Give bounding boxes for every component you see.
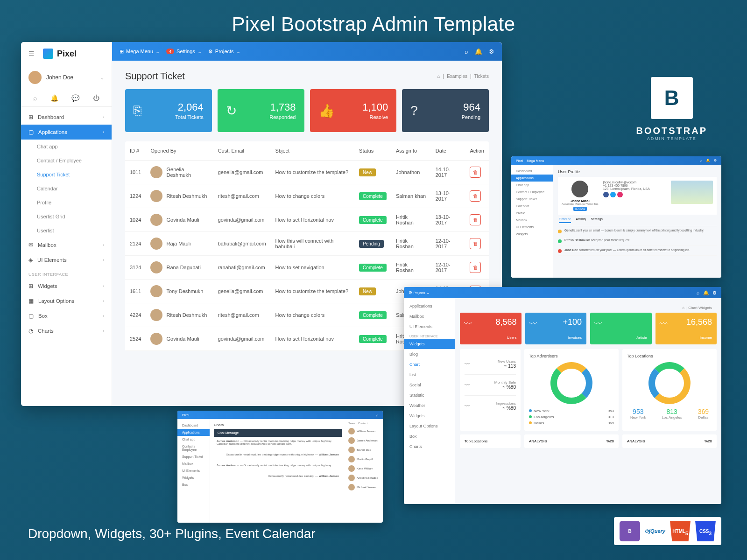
bell-icon[interactable]: 🔔 — [703, 290, 709, 295]
nav-icon: ▦ — [28, 298, 34, 304]
sidebar-item-widgets[interactable]: ⊞Widgets› — [21, 279, 112, 294]
sidebar-item[interactable]: Dashboard — [511, 168, 553, 175]
sidebar-item[interactable]: Chat app — [177, 436, 210, 443]
bell-icon[interactable]: 🔔 — [50, 94, 58, 102]
search-icon[interactable]: ⌕ — [33, 94, 37, 102]
sidebar-item[interactable]: UI Elements — [511, 224, 553, 231]
settings-menu[interactable]: 4 Settings ⌄ — [166, 49, 202, 55]
tab-timeline[interactable]: Timeline — [559, 217, 571, 223]
contact-item[interactable]: Angelina Rhodes — [348, 473, 380, 483]
sidebar-item[interactable]: Widgets — [511, 231, 553, 238]
bell-icon[interactable]: 🔔 — [706, 159, 710, 162]
contact-item[interactable]: Bianca Doe — [348, 445, 380, 455]
sidebar-item-dashboard[interactable]: ⊞Dashboard› — [21, 110, 112, 125]
sidebar-item-mailbox[interactable]: ✉Mailbox› — [21, 238, 112, 252]
sidebar-item[interactable]: Applications — [177, 429, 210, 436]
search-icon[interactable]: ⌕ — [697, 290, 699, 295]
instagram-icon[interactable] — [617, 192, 623, 197]
gear-icon[interactable]: ⚙ — [714, 159, 717, 162]
sidebar-item-chat-app[interactable]: Chat app — [21, 140, 112, 154]
sidebar-item[interactable]: Contact / Employee — [177, 443, 210, 453]
sidebar-item-support-ticket[interactable]: Support Ticket — [21, 168, 112, 182]
sidebar-item[interactable]: Box — [177, 481, 210, 488]
delete-button[interactable]: 🗑 — [470, 214, 481, 225]
nav-icon: ▢ — [28, 129, 34, 135]
sidebar-item-contact-employee[interactable]: Contact / Employee — [21, 154, 112, 168]
location-stat: 813Los Angeles — [662, 408, 682, 420]
sidebar-item[interactable]: Applications — [404, 301, 455, 311]
sidebar-item[interactable]: Widgets — [177, 474, 210, 481]
menu-icon[interactable]: ☰ — [28, 50, 35, 57]
sidebar-item[interactable]: Weather — [404, 400, 455, 411]
chevron-down-icon: ⌄ — [100, 75, 104, 80]
sidebar-item-userlist[interactable]: Userlist — [21, 224, 112, 238]
mega-menu[interactable]: Mega Menu — [527, 159, 544, 162]
nav-header: USER INTERFACE — [21, 267, 112, 279]
sidebar-item[interactable]: Widgets — [404, 411, 455, 421]
delete-button[interactable]: 🗑 — [470, 238, 481, 249]
sidebar-item-layout-options[interactable]: ▦Layout Options› — [21, 294, 112, 308]
sidebar-item[interactable]: Applications — [511, 175, 553, 182]
sidebar-item[interactable]: Chat app — [511, 182, 553, 189]
sidebar-item-charts[interactable]: ◔Charts› — [21, 323, 112, 338]
summary-item: 〰Monthly Sale~ %80 — [465, 375, 516, 396]
power-icon[interactable]: ⏻ — [93, 94, 99, 102]
sidebar-item[interactable]: Chart — [404, 359, 455, 370]
home-icon[interactable]: ⌂ — [437, 74, 440, 79]
mega-menu[interactable]: ⊞ Mega Menu ⌄ — [120, 49, 160, 55]
sidebar-item-box[interactable]: ▢Box› — [21, 308, 112, 323]
contact-item[interactable]: James Anderson — [348, 436, 380, 445]
contact-item[interactable]: Michael Jensen — [348, 483, 380, 492]
sidebar-item[interactable]: Layout Options — [404, 421, 455, 431]
sidebar-item[interactable]: Contact / Employee — [511, 189, 553, 196]
bell-icon[interactable]: 🔔 — [475, 48, 482, 55]
sidebar-item-applications[interactable]: ▢Applications› — [21, 125, 112, 140]
projects-menu[interactable]: ⚙ Projects ⌄ — [409, 290, 430, 295]
contact-item[interactable]: Martin Guptil — [348, 455, 380, 464]
sidebar-item[interactable]: Mailbox — [404, 311, 455, 322]
sidebar-item-ui-elements[interactable]: ◈UI Elements› — [21, 252, 112, 267]
cell-date: 12-10-2017 — [431, 256, 465, 280]
search-icon[interactable]: ⌕ — [465, 48, 468, 55]
sidebar-item[interactable]: Support Ticket — [511, 196, 553, 203]
sidebar-item[interactable]: Statistic — [404, 390, 455, 400]
sidebar-item[interactable]: Support Ticket — [177, 453, 210, 460]
search-icon[interactable]: ⌕ — [700, 159, 702, 162]
sidebar-item-profile[interactable]: Profile — [21, 196, 112, 210]
contact-item[interactable]: William Jensen — [348, 427, 380, 436]
sidebar-item[interactable]: Profile — [511, 210, 553, 217]
sidebar-item-calendar[interactable]: Calendar — [21, 182, 112, 196]
facebook-icon[interactable] — [603, 192, 609, 197]
gear-icon[interactable]: ⚙ — [712, 290, 717, 295]
delete-button[interactable]: 🗑 — [470, 262, 481, 273]
sidebar-item[interactable]: Blog — [404, 349, 455, 359]
chat-icon[interactable]: 💬 — [71, 94, 79, 102]
sidebar-item[interactable]: UI Elements — [404, 322, 455, 332]
sidebar-item[interactable]: Social — [404, 380, 455, 390]
projects-menu[interactable]: ⚙ Projects ⌄ — [208, 49, 240, 55]
summary-item: 〰Impressions~ %80 — [465, 396, 516, 416]
gear-icon[interactable]: ⚙ — [489, 48, 494, 55]
sidebar-item[interactable]: UI Elements — [177, 467, 210, 474]
search-icon[interactable]: ⌕ — [376, 413, 378, 417]
delete-button[interactable]: 🗑 — [470, 190, 481, 202]
search-contact[interactable]: Search Contact — [348, 422, 380, 425]
sidebar-item[interactable]: Charts — [404, 441, 455, 452]
contact-item[interactable]: Kane William — [348, 464, 380, 473]
sidebar-item[interactable]: Mailbox — [511, 217, 553, 224]
sidebar-item[interactable]: Calendar — [511, 203, 553, 210]
sidebar-item[interactable]: List — [404, 370, 455, 380]
brand-block: B BOOTSTRAP ADMIN TEMPLATE — [636, 77, 707, 141]
twitter-icon[interactable] — [610, 192, 616, 197]
sidebar-item[interactable]: Mailbox — [177, 460, 210, 467]
breadcrumb-item[interactable]: Examples — [447, 74, 467, 79]
cell-id: 3124 — [125, 256, 146, 280]
delete-button[interactable]: 🗑 — [470, 167, 481, 178]
tab-settings[interactable]: Settings — [591, 217, 602, 223]
user-row[interactable]: Johen Doe ⌄ — [21, 65, 112, 90]
sidebar-item[interactable]: Dashboard — [177, 422, 210, 429]
sidebar-item[interactable]: Box — [404, 431, 455, 441]
tab-activity[interactable]: Activity — [576, 217, 586, 223]
sidebar-item[interactable]: Widgets — [404, 339, 455, 349]
sidebar-item-userlist-grid[interactable]: Userlist Grid — [21, 210, 112, 224]
